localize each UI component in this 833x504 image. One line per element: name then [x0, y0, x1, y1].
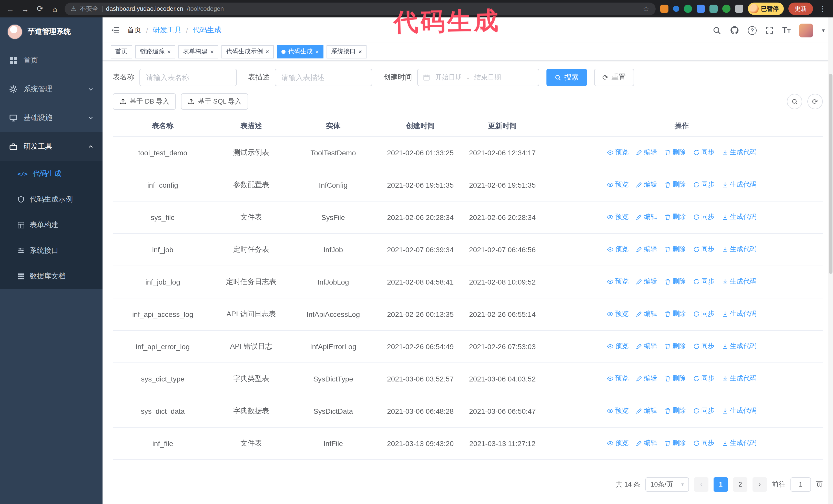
profile-paused-badge[interactable]: 已暂停	[748, 3, 784, 15]
browser-update-button[interactable]: 更新	[788, 3, 813, 15]
browser-forward-icon[interactable]: →	[20, 4, 30, 13]
sidebar-subitem-codegen-example[interactable]: 代码生成示例	[0, 187, 102, 212]
tab-tracer[interactable]: 链路追踪×	[135, 45, 175, 58]
close-icon[interactable]: ×	[265, 48, 269, 55]
generate-code-link[interactable]: 生成代码	[722, 180, 757, 189]
delete-link[interactable]: 删除	[664, 342, 686, 351]
edit-link[interactable]: 编辑	[636, 342, 657, 351]
search-button[interactable]: 搜索	[546, 69, 587, 86]
browser-menu-icon[interactable]: ⋮	[818, 4, 828, 13]
edit-link[interactable]: 编辑	[636, 406, 657, 415]
sidebar-subitem-codegen[interactable]: </> 代码生成	[0, 161, 102, 187]
preview-link[interactable]: 预览	[607, 277, 628, 286]
page-button-2[interactable]: 2	[733, 477, 747, 491]
generate-code-link[interactable]: 生成代码	[722, 439, 757, 448]
browser-home-icon[interactable]: ⌂	[50, 4, 60, 13]
next-page-button[interactable]: ›	[753, 477, 767, 491]
page-size-select[interactable]: 10条/页 ▾	[645, 477, 689, 491]
delete-link[interactable]: 删除	[664, 309, 686, 319]
prev-page-button[interactable]: ‹	[694, 477, 709, 491]
sidebar-item-system[interactable]: 系统管理	[0, 75, 102, 103]
avatar-caret-icon[interactable]: ▾	[822, 27, 825, 33]
refresh-table-button[interactable]: ⟳	[807, 94, 823, 109]
extension-icon-6[interactable]	[722, 5, 730, 13]
sync-link[interactable]: 同步	[693, 374, 715, 383]
fullscreen-icon[interactable]	[765, 26, 774, 34]
help-icon[interactable]: ?	[748, 26, 757, 34]
generate-code-link[interactable]: 生成代码	[722, 406, 757, 415]
sync-link[interactable]: 同步	[693, 180, 715, 189]
extensions-puzzle-icon[interactable]	[735, 5, 743, 13]
tab-codegen[interactable]: 代码生成×	[277, 45, 324, 58]
close-icon[interactable]: ×	[210, 48, 214, 55]
preview-link[interactable]: 预览	[607, 180, 628, 189]
preview-link[interactable]: 预览	[607, 374, 628, 383]
sidebar-subitem-db-doc[interactable]: 数据库文档	[0, 264, 102, 289]
extension-icon-2[interactable]	[673, 6, 679, 12]
preview-link[interactable]: 预览	[607, 213, 628, 222]
edit-link[interactable]: 编辑	[636, 374, 657, 383]
reset-button[interactable]: ⟳ 重置	[594, 69, 634, 86]
search-icon[interactable]	[713, 26, 721, 34]
close-icon[interactable]: ×	[315, 48, 319, 55]
extension-icon-3[interactable]	[684, 5, 692, 13]
url-bar[interactable]: ⚠ 不安全 dashboard.yudao.iocoder.cn/tool/co…	[65, 2, 656, 15]
table-name-input[interactable]	[139, 69, 237, 86]
delete-link[interactable]: 删除	[664, 245, 686, 254]
extension-icon-5[interactable]	[709, 5, 717, 13]
goto-page-input[interactable]	[790, 477, 811, 491]
sync-link[interactable]: 同步	[693, 406, 715, 415]
generate-code-link[interactable]: 生成代码	[722, 309, 757, 319]
generate-code-link[interactable]: 生成代码	[722, 148, 757, 157]
sidebar-subitem-api[interactable]: 系统接口	[0, 238, 102, 264]
sidebar-item-devtools[interactable]: 研发工具	[0, 132, 102, 161]
sync-link[interactable]: 同步	[693, 439, 715, 448]
delete-link[interactable]: 删除	[664, 439, 686, 448]
browser-back-icon[interactable]: ←	[5, 4, 15, 13]
sync-link[interactable]: 同步	[693, 342, 715, 351]
edit-link[interactable]: 编辑	[636, 245, 657, 254]
edit-link[interactable]: 编辑	[636, 309, 657, 319]
extension-icon-1[interactable]	[660, 5, 668, 13]
preview-link[interactable]: 预览	[607, 245, 628, 254]
sync-link[interactable]: 同步	[693, 148, 715, 157]
preview-link[interactable]: 预览	[607, 406, 628, 415]
generate-code-link[interactable]: 生成代码	[722, 374, 757, 383]
preview-link[interactable]: 预览	[607, 439, 628, 448]
sidebar-subitem-form-builder[interactable]: 表单构建	[0, 212, 102, 238]
generate-code-link[interactable]: 生成代码	[722, 277, 757, 286]
tab-codegen-example[interactable]: 代码生成示例×	[221, 45, 274, 58]
sync-link[interactable]: 同步	[693, 213, 715, 222]
preview-link[interactable]: 预览	[607, 309, 628, 319]
sidebar-fold-icon[interactable]	[111, 26, 120, 35]
preview-link[interactable]: 预览	[607, 148, 628, 157]
close-icon[interactable]: ×	[358, 48, 362, 55]
extension-icon-4[interactable]	[696, 5, 705, 13]
edit-link[interactable]: 编辑	[636, 439, 657, 448]
browser-reload-icon[interactable]: ⟳	[35, 4, 45, 13]
delete-link[interactable]: 删除	[664, 277, 686, 286]
sync-link[interactable]: 同步	[693, 245, 715, 254]
date-range-picker[interactable]: 开始日期 - 结束日期	[417, 69, 539, 86]
delete-link[interactable]: 删除	[664, 213, 686, 222]
tab-form-builder[interactable]: 表单构建×	[178, 45, 218, 58]
sync-link[interactable]: 同步	[693, 277, 715, 286]
edit-link[interactable]: 编辑	[636, 180, 657, 189]
sync-link[interactable]: 同步	[693, 309, 715, 319]
sidebar-item-home[interactable]: 首页	[0, 46, 102, 75]
generate-code-link[interactable]: 生成代码	[722, 342, 757, 351]
generate-code-link[interactable]: 生成代码	[722, 245, 757, 254]
sidebar-item-infrastructure[interactable]: 基础设施	[0, 103, 102, 132]
bookmark-star-icon[interactable]: ☆	[643, 5, 649, 13]
edit-link[interactable]: 编辑	[636, 277, 657, 286]
generate-code-link[interactable]: 生成代码	[722, 213, 757, 222]
breadcrumb-devtools[interactable]: 研发工具	[153, 26, 182, 35]
page-button-1[interactable]: 1	[714, 477, 728, 491]
github-icon[interactable]	[730, 26, 739, 35]
tab-api[interactable]: 系统接口×	[327, 45, 366, 58]
scrollbar-thumb[interactable]	[829, 74, 832, 274]
scrollbar-track[interactable]	[828, 18, 833, 504]
import-db-button[interactable]: 基于 DB 导入	[113, 93, 176, 110]
delete-link[interactable]: 删除	[664, 406, 686, 415]
delete-link[interactable]: 删除	[664, 374, 686, 383]
